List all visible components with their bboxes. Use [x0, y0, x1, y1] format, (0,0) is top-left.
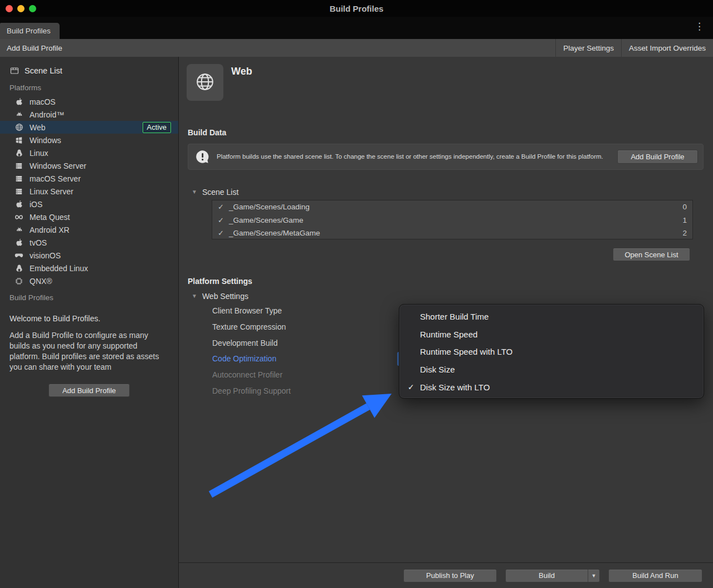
kebab-menu-icon[interactable]: ⋮ — [695, 22, 704, 31]
scene-index: 1 — [682, 216, 687, 224]
menu-item-shorter-build-time[interactable]: Shorter Build Time — [399, 308, 704, 326]
build-profiles-section-label: Build Profiles — [0, 293, 178, 302]
platform-item-meta-quest[interactable]: Meta Quest — [0, 210, 178, 223]
menu-item-label: Runtime Speed with LTO — [420, 347, 512, 356]
add-build-profile-button-main[interactable]: Add Build Profile — [617, 150, 698, 164]
add-build-profile-toolbar-button[interactable]: Add Build Profile — [0, 39, 69, 57]
settings-list: Client Browser TypeTexture CompressionDe… — [212, 303, 291, 399]
zoom-window-button[interactable] — [29, 5, 36, 12]
platform-label: visionOS — [30, 251, 61, 260]
scene-index: 0 — [682, 203, 687, 211]
platform-item-windows[interactable]: Windows — [0, 134, 178, 146]
platform-label: Web — [30, 123, 46, 132]
sidebar-item-scene-list[interactable]: Scene List — [0, 64, 178, 77]
asset-import-overrides-button[interactable]: Asset Import Overrides — [621, 39, 713, 57]
platform-item-android[interactable]: Android™ — [0, 108, 178, 121]
info-box: Platform builds use the shared scene lis… — [188, 144, 704, 170]
checkbox-checked-icon[interactable]: ✓ — [218, 216, 224, 224]
platform-item-visionos[interactable]: visionOS — [0, 249, 178, 262]
platform-label: macOS — [30, 97, 56, 106]
build-dropdown-arrow-icon[interactable]: ▼ — [588, 570, 599, 582]
platform-label: Linux — [30, 149, 48, 158]
open-scene-list-button[interactable]: Open Scene List — [613, 248, 690, 261]
platform-item-tvos[interactable]: tvOS — [0, 236, 178, 249]
web-settings-foldout[interactable]: ▼ Web Settings — [192, 291, 248, 301]
linux-icon — [14, 264, 24, 272]
platform-item-macos[interactable]: macOS — [0, 95, 178, 108]
platforms-section-label: Platforms — [0, 84, 178, 92]
setting-label: Client Browser Type — [212, 306, 282, 315]
build-button[interactable]: Build — [506, 570, 588, 582]
window-titlebar: Build Profiles — [0, 0, 713, 17]
setting-label: Code Optimization — [212, 354, 276, 363]
apple-icon — [14, 238, 24, 247]
menu-item-runtime-speed-with-lto[interactable]: Runtime Speed with LTO — [399, 343, 704, 361]
server-icon — [14, 188, 24, 195]
checkmark-icon: ✓ — [408, 383, 414, 391]
platform-label: Meta Quest — [30, 213, 70, 222]
platform-label: iOS — [30, 200, 42, 209]
sidebar: Scene List Platforms macOSAndroid™WebAct… — [0, 57, 179, 588]
toolbar: Add Build Profile Player Settings Asset … — [0, 39, 713, 57]
close-window-button[interactable] — [6, 5, 13, 12]
platform-item-windows-server[interactable]: Windows Server — [0, 159, 178, 172]
tab-bar: Build Profiles ⋮ — [0, 17, 713, 39]
platform-label: Embedded Linux — [30, 264, 88, 273]
platform-item-android-xr[interactable]: Android XR — [0, 223, 178, 236]
scene-list-item-game-scenes-metagame[interactable]: ✓_Game/Scenes/MetaGame2 — [212, 227, 692, 239]
web-globe-icon — [195, 72, 215, 94]
menu-item-runtime-speed[interactable]: Runtime Speed — [399, 326, 704, 344]
menu-item-label: Shorter Build Time — [420, 312, 489, 321]
setting-client-browser-type[interactable]: Client Browser Type — [212, 303, 291, 319]
apple-icon — [14, 200, 24, 208]
build-and-run-button[interactable]: Build And Run — [608, 569, 702, 582]
footer-bar: Publish to Play Build ▼ Build And Run — [179, 562, 713, 588]
player-settings-button[interactable]: Player Settings — [555, 39, 621, 57]
minimize-window-button[interactable] — [17, 5, 25, 12]
traffic-lights — [6, 5, 36, 12]
checkbox-checked-icon[interactable]: ✓ — [218, 203, 224, 211]
welcome-title: Welcome to Build Profiles. — [9, 314, 169, 323]
platform-item-linux-server[interactable]: Linux Server — [0, 185, 178, 198]
platform-label: Android XR — [30, 226, 70, 234]
scene-name: _Game/Scenes/Loading — [229, 203, 310, 211]
menu-item-label: Disk Size with LTO — [420, 383, 490, 392]
platform-label: Linux Server — [30, 187, 74, 196]
scene-list-foldout[interactable]: ▼ Scene List — [192, 187, 238, 197]
scene-name: _Game/Scenes/Game — [229, 216, 304, 224]
platform-settings-header: Platform Settings — [188, 277, 252, 286]
add-build-profile-button-sidebar[interactable]: Add Build Profile — [48, 384, 130, 397]
platform-item-macos-server[interactable]: macOS Server — [0, 172, 178, 185]
platform-label: Windows Server — [30, 161, 86, 170]
warning-bubble-icon — [195, 149, 210, 164]
scene-list-label: Scene List — [25, 66, 62, 75]
setting-label: Deep Profiling Support — [212, 386, 291, 395]
apple-icon — [14, 97, 24, 106]
setting-label: Texture Compression — [212, 322, 286, 331]
build-data-header: Build Data — [188, 128, 226, 137]
menu-item-label: Runtime Speed — [420, 330, 477, 339]
tab-build-profiles[interactable]: Build Profiles — [0, 23, 60, 39]
platform-item-linux[interactable]: Linux — [0, 146, 178, 159]
setting-development-build[interactable]: Development Build — [212, 335, 291, 351]
platform-item-embedded-linux[interactable]: Embedded Linux — [0, 262, 178, 275]
active-badge: Active — [143, 122, 171, 133]
globe-icon — [14, 123, 24, 131]
setting-texture-compression[interactable]: Texture Compression — [212, 319, 291, 335]
scene-list-item-game-scenes-loading[interactable]: ✓_Game/Scenes/Loading0 — [212, 200, 692, 213]
menu-item-disk-size-with-lto[interactable]: ✓Disk Size with LTO — [399, 378, 704, 396]
setting-code-optimization[interactable]: Code Optimization — [212, 351, 291, 367]
menu-item-disk-size[interactable]: Disk Size — [399, 361, 704, 379]
scene-list-icon — [9, 66, 19, 75]
platform-label: macOS Server — [30, 174, 81, 183]
scene-list-foldout-label: Scene List — [202, 188, 238, 197]
scene-list-item-game-scenes-game[interactable]: ✓_Game/Scenes/Game1 — [212, 213, 692, 226]
code-optimization-dropdown-menu: Shorter Build TimeRuntime SpeedRuntime S… — [399, 304, 704, 399]
info-text: Platform builds use the shared scene lis… — [217, 153, 617, 161]
welcome-body: Add a Build Profile to configure as many… — [9, 330, 167, 373]
platform-item-qnx[interactable]: QNX® — [0, 275, 178, 287]
publish-to-play-button[interactable]: Publish to Play — [403, 569, 497, 582]
checkbox-checked-icon[interactable]: ✓ — [218, 229, 224, 237]
platform-item-web[interactable]: WebActive — [0, 121, 178, 134]
platform-item-ios[interactable]: iOS — [0, 198, 178, 210]
